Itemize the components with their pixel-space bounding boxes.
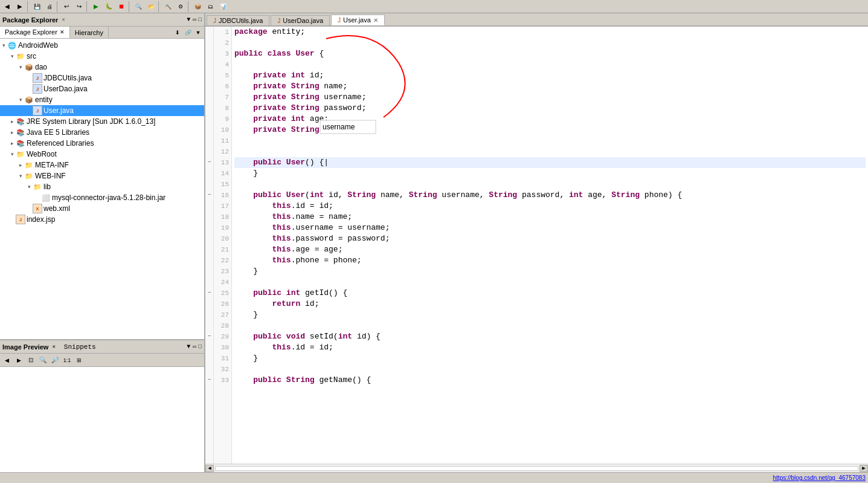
line-number: 12 — [214, 146, 231, 157]
tree-item[interactable]: ▸📚JRE System Library [Sun JDK 1.6.0_13] — [0, 116, 204, 127]
panel-link[interactable]: 🔗 — [183, 28, 193, 37]
toolbar-btn-misc2[interactable]: 🗂 — [204, 1, 216, 12]
img-zoom-in-btn[interactable]: 🔎 — [50, 355, 60, 365]
img-zoom-out-btn[interactable]: 🔍 — [37, 355, 48, 365]
code-content[interactable]: package entity;public class User { priva… — [232, 27, 868, 464]
tree-arrow: ▸ — [8, 129, 16, 135]
tree-item[interactable]: Xweb.xml — [0, 203, 204, 214]
toolbar-btn-misc3[interactable]: 📊 — [217, 1, 229, 12]
tree-item-label: Referenced Libraries — [27, 139, 94, 147]
fold-marker[interactable]: − — [205, 375, 213, 386]
tree-item-label: Java EE 5 Libraries — [27, 128, 89, 137]
tree-item[interactable]: ⬜mysql-connector-java-5.1.28-bin.jar — [0, 192, 204, 203]
toolbar-btn-redo[interactable]: ↪ — [73, 1, 85, 12]
code-line: this.name = name; — [234, 212, 866, 222]
img-fit2-btn[interactable]: ⊞ — [74, 355, 85, 365]
tab-package-explorer[interactable]: Package Explorer ✕ — [0, 27, 70, 38]
line-numbers: 1234567891011121314151617181920212223242… — [214, 27, 232, 464]
code-line: this.phone = phone; — [234, 255, 866, 266]
tree-item[interactable]: ▸📚Java EE 5 Libraries — [0, 127, 204, 138]
tree-item[interactable]: JJDBCUtils.java — [0, 73, 204, 83]
scrollbar-track[interactable] — [215, 466, 858, 471]
toolbar-btn-open[interactable]: 📂 — [145, 1, 157, 12]
line-number: 25 — [214, 288, 231, 299]
tree-item[interactable]: ▾🌐AndroidWeb — [0, 40, 204, 51]
line-number: 29 — [214, 331, 231, 342]
code-line — [234, 179, 866, 190]
toolbar-btn-print[interactable]: 🖨 — [43, 1, 56, 12]
tab-snippets[interactable]: Snippets — [60, 343, 100, 351]
editor-panel: J JDBCUtils.java J UserDao.java J User.j… — [205, 13, 868, 472]
editor-tab-jdbcutils[interactable]: J JDBCUtils.java — [207, 15, 269, 25]
image-preview-min[interactable]: ▭ — [193, 343, 196, 350]
tree-item[interactable]: Jindex.jsp — [0, 214, 204, 225]
toolbar-btn-save[interactable]: 💾 — [31, 1, 43, 12]
panel-view-menu[interactable]: ▼ — [193, 28, 203, 37]
toolbar-btn-back[interactable]: ◀ — [1, 1, 13, 12]
toolbar-btn-debug[interactable]: 🐛 — [103, 1, 115, 12]
toolbar-btn-search[interactable]: 🔍 — [132, 1, 144, 12]
image-preview-menu[interactable]: ▼ — [187, 343, 190, 350]
fold-marker — [205, 353, 213, 364]
package-explorer-close[interactable]: ✕ — [62, 16, 65, 23]
tab-close-package[interactable]: ✕ — [60, 29, 65, 35]
tree-item[interactable]: ▾📁lib — [0, 181, 204, 192]
code-line: } — [234, 310, 866, 320]
toolbar-btn-build[interactable]: 🔨 — [162, 1, 174, 12]
scroll-right-btn[interactable]: ▶ — [860, 465, 868, 472]
toolbar-btn-forward[interactable]: ▶ — [14, 1, 26, 12]
line-number: 16 — [214, 190, 231, 201]
img-fit-btn[interactable]: ⊡ — [25, 355, 36, 365]
package-explorer-header: Package Explorer ✕ ▼ ▭ □ — [0, 13, 204, 27]
package-explorer-tree[interactable]: ▾🌐AndroidWeb▾📁src▾📦daoJJDBCUtils.javaJUs… — [0, 39, 204, 339]
status-url[interactable]: https://blog.csdn.net/qq_46757083 — [773, 475, 866, 481]
code-line: public class User { — [234, 48, 866, 59]
tree-item[interactable]: ▾📁WebRoot — [0, 149, 204, 160]
tree-item[interactable]: ▸📁META-INF — [0, 160, 204, 170]
package-explorer-max[interactable]: □ — [199, 17, 202, 23]
fold-marker[interactable]: − — [205, 190, 213, 201]
tree-item[interactable]: ▾📦entity — [0, 94, 204, 105]
image-preview-max[interactable]: □ — [199, 344, 202, 350]
fold-marker — [205, 125, 213, 135]
toolbar-btn-misc1[interactable]: 📦 — [191, 1, 204, 12]
fold-marker — [205, 266, 213, 277]
image-preview-panel: Image Preview ✕ Snippets ▼ ▭ □ ◀ ▶ ⊡ 🔍 🔎… — [0, 339, 204, 472]
editor-tab-user[interactable]: J User.java ✕ — [331, 15, 385, 25]
fold-marker — [205, 92, 213, 103]
img-next-btn[interactable]: ▶ — [13, 355, 24, 365]
tree-icon-folder: 📁 — [24, 160, 34, 170]
fold-marker — [205, 48, 213, 59]
line-number: 18 — [214, 212, 231, 222]
fold-marker[interactable]: − — [205, 331, 213, 342]
fold-marker — [205, 59, 213, 70]
fold-marker — [205, 27, 213, 37]
fold-marker — [205, 146, 213, 157]
img-100-btn[interactable]: 1:1 — [62, 355, 72, 365]
editor-tab-userdao[interactable]: J UserDao.java — [271, 15, 330, 25]
toolbar-btn-run[interactable]: ▶ — [90, 1, 102, 12]
horizontal-scrollbar[interactable]: ◀ ▶ — [205, 464, 868, 472]
scroll-left-btn[interactable]: ◀ — [205, 465, 214, 472]
package-explorer-min[interactable]: ▭ — [193, 16, 196, 23]
toolbar-btn-refactor[interactable]: ⚙ — [175, 1, 187, 12]
tree-item-label: mysql-connector-java-5.1.28-bin.jar — [52, 193, 166, 202]
image-preview-close[interactable]: ✕ — [52, 343, 55, 350]
fold-marker[interactable]: − — [205, 288, 213, 299]
tree-item-label: entity — [35, 96, 53, 104]
img-prev-btn[interactable]: ◀ — [1, 355, 12, 365]
tree-item[interactable]: ▾📁WEB-INF — [0, 170, 204, 181]
tree-item[interactable]: JUser.java — [0, 105, 204, 116]
toolbar-btn-undo[interactable]: ↩ — [60, 1, 72, 12]
package-explorer-menu-icon[interactable]: ▼ — [187, 16, 190, 23]
fold-marker — [205, 299, 213, 310]
editor-tab-user-close[interactable]: ✕ — [373, 17, 378, 24]
tree-item[interactable]: ▾📁src — [0, 51, 204, 62]
toolbar-btn-stop[interactable]: ⏹ — [115, 1, 127, 12]
fold-marker[interactable]: − — [205, 157, 213, 168]
tab-hierarchy[interactable]: Hierarchy — [70, 27, 109, 38]
panel-collapse-all[interactable]: ⬇ — [173, 28, 182, 37]
tree-item[interactable]: ▾📦dao — [0, 62, 204, 73]
tree-item[interactable]: JUserDao.java — [0, 83, 204, 94]
tree-item[interactable]: ▸📚Referenced Libraries — [0, 138, 204, 149]
